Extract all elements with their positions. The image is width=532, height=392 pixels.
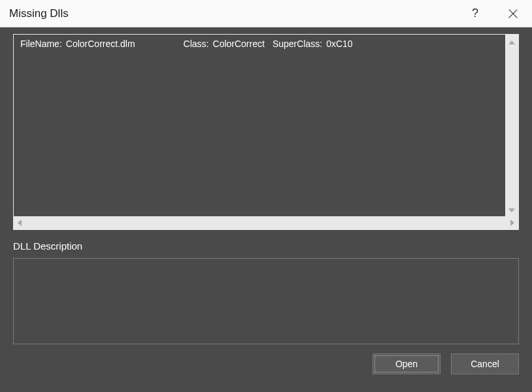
scroll-down-icon[interactable] (508, 205, 515, 214)
filename-label: FileName: (20, 39, 62, 49)
listbox-content-row: FileName: ColorCorrect.dlm Class: ColorC… (14, 35, 518, 216)
missing-dlls-listbox[interactable]: FileName: ColorCorrect.dlm Class: ColorC… (13, 34, 519, 230)
button-row: Open Cancel (13, 353, 519, 374)
help-icon: ? (472, 7, 478, 20)
spacer (143, 39, 176, 49)
help-button[interactable]: ? (456, 0, 494, 27)
open-button-label: Open (395, 359, 418, 369)
class-label: Class: (184, 39, 209, 49)
list-class: Class: ColorCorrect (184, 39, 265, 49)
horizontal-scrollbar[interactable] (14, 216, 518, 229)
scroll-up-icon[interactable] (508, 37, 515, 46)
close-icon (508, 9, 518, 18)
vertical-scrollbar[interactable] (505, 35, 518, 216)
dll-description-box[interactable] (13, 258, 519, 344)
listbox-content: FileName: ColorCorrect.dlm Class: ColorC… (14, 35, 505, 216)
close-button[interactable] (494, 0, 532, 27)
list-filename: FileName: ColorCorrect.dlm (20, 39, 135, 49)
filename-value: ColorCorrect.dlm (66, 39, 135, 49)
titlebar-buttons: ? (456, 0, 532, 27)
window-title: Missing Dlls (9, 7, 456, 20)
scroll-left-icon[interactable] (18, 219, 22, 227)
superclass-value: 0xC10 (326, 39, 352, 49)
class-value: ColorCorrect (213, 39, 265, 49)
open-button[interactable]: Open (373, 353, 441, 374)
list-superclass: SuperClass: 0xC10 (273, 39, 353, 49)
scroll-right-icon[interactable] (510, 219, 514, 227)
list-item[interactable]: FileName: ColorCorrect.dlm Class: ColorC… (20, 39, 499, 49)
superclass-label: SuperClass: (273, 39, 322, 49)
titlebar: Missing Dlls ? (0, 0, 532, 27)
cancel-button[interactable]: Cancel (451, 353, 519, 374)
dll-description-heading: DLL Description (13, 240, 519, 252)
dialog-body: FileName: ColorCorrect.dlm Class: ColorC… (0, 27, 532, 392)
cancel-button-label: Cancel (471, 359, 499, 369)
